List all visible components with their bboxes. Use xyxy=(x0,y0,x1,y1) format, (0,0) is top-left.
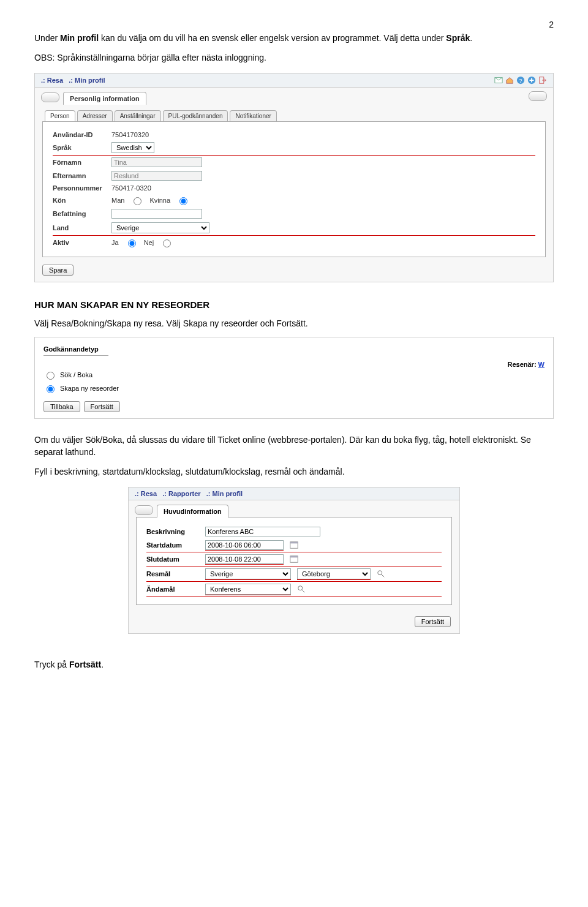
slutdatum-field[interactable] xyxy=(205,554,284,564)
sok-boka-radio[interactable] xyxy=(47,372,55,380)
breadcrumb-resa[interactable]: .: Resa xyxy=(135,490,157,497)
save-button[interactable]: Spara xyxy=(42,265,74,276)
resenar-label: Resenär: xyxy=(507,361,536,368)
svg-rect-8 xyxy=(290,556,298,558)
handle-icon[interactable] xyxy=(41,92,59,102)
label-aktiv: Aktiv xyxy=(53,239,105,246)
handle-icon[interactable] xyxy=(135,505,153,515)
sok-boka-label: Sök / Boka xyxy=(60,371,92,378)
text: . xyxy=(470,33,472,43)
search-icon[interactable] xyxy=(297,585,306,593)
heading-reseorder: HUR MAN SKAPAR EN NY RESEORDER xyxy=(34,299,554,310)
kon-man-radio[interactable] xyxy=(134,197,141,205)
label-slutdatum: Slutdatum xyxy=(146,555,199,563)
paragraph-p5: Fyll i beskrivning, startdatum/klockslag… xyxy=(34,465,554,478)
fortsatt-button[interactable]: Fortsätt xyxy=(415,616,451,627)
svg-point-11 xyxy=(298,586,303,590)
paragraph-tryck: Tryck på Fortsätt. xyxy=(34,658,554,671)
text-bold: Fortsätt xyxy=(69,660,101,669)
resmal-land-select[interactable]: Sverige xyxy=(205,568,291,579)
breadcrumb-min-profil[interactable]: .: Min profil xyxy=(206,490,243,497)
text: Under xyxy=(34,33,60,43)
sprak-select[interactable]: Swedish xyxy=(111,142,154,153)
breadcrumb-min-profil[interactable]: .: Min profil xyxy=(69,77,105,84)
tillbaka-button[interactable]: Tillbaka xyxy=(43,401,80,412)
resmal-stad-select[interactable]: Göteborg xyxy=(297,568,371,579)
andamal-select[interactable]: Konferens xyxy=(205,584,291,595)
tab-pul[interactable]: PUL-godkännanden xyxy=(163,110,228,121)
label-andamal: Ändamål xyxy=(146,585,199,593)
paragraph-obs: OBS: Språkinställningarna börjar gälla e… xyxy=(34,51,554,64)
resenar-link[interactable]: W xyxy=(538,361,545,368)
label-land: Land xyxy=(53,224,105,231)
fortsatt-button[interactable]: Fortsätt xyxy=(84,401,120,412)
section-tab-personlig-info[interactable]: Personlig information xyxy=(63,92,146,105)
breadcrumb: .: Resa .: Rapporter .: Min profil xyxy=(135,490,243,497)
sub-tabs: Person Adresser Anställningar PUL-godkän… xyxy=(35,110,553,121)
aktiv-ja-label: Ja xyxy=(111,239,119,246)
skapa-reseorder-radio[interactable] xyxy=(47,385,55,393)
svg-rect-6 xyxy=(290,542,298,544)
add-icon[interactable] xyxy=(527,76,536,85)
value-userid: 7504170320 xyxy=(111,131,149,138)
aktiv-nej-radio[interactable] xyxy=(163,239,171,247)
land-select[interactable]: Sverige xyxy=(111,222,209,233)
tab-notifikationer[interactable]: Notifikationer xyxy=(230,110,276,121)
paragraph-p4: Om du väljer Sök/Boka, då slussas du vid… xyxy=(34,434,554,459)
resenar-line: Resenär: W xyxy=(43,361,545,368)
exit-icon[interactable] xyxy=(538,76,547,85)
section-title: Godkännandetyp xyxy=(43,345,108,356)
toolbar-icons: ? xyxy=(494,76,547,85)
form-huvudinformation: Beskrivning Startdatum Slutdatum Resmål … xyxy=(136,517,452,605)
calendar-icon[interactable] xyxy=(290,555,298,563)
help-icon[interactable]: ? xyxy=(516,76,525,85)
label-resmal: Resmål xyxy=(146,570,199,578)
breadcrumb-resa[interactable]: .: Resa xyxy=(41,77,63,84)
text-bold: Språk xyxy=(446,33,470,43)
label-kon: Kön xyxy=(53,197,105,204)
text-bold: Min profil xyxy=(60,33,99,43)
section-tab-huvudinformation[interactable]: Huvudinformation xyxy=(157,505,228,517)
handle-icon[interactable] xyxy=(529,91,547,101)
kon-kvinna-label: Kvinna xyxy=(149,197,170,204)
beskrivning-field[interactable] xyxy=(205,527,320,536)
label-beskrivning: Beskrivning xyxy=(146,528,199,535)
label-fornamn: Förnamn xyxy=(53,159,105,166)
aktiv-nej-label: Nej xyxy=(144,239,154,246)
label-efternamn: Efternamn xyxy=(53,172,105,179)
label-startdatum: Startdatum xyxy=(146,541,199,549)
skapa-reseorder-label: Skapa ny reseorder xyxy=(60,385,119,392)
paragraph-p3: Välj Resa/Bokning/Skapa ny resa. Välj Sk… xyxy=(34,317,554,329)
breadcrumb: .: Resa .: Min profil xyxy=(41,77,105,84)
app-bar: .: Resa .: Min profil ? xyxy=(35,73,553,88)
paragraph-intro: Under Min profil kan du välja om du vill… xyxy=(34,32,554,44)
label-pnr: Personnummer xyxy=(53,184,105,192)
svg-line-10 xyxy=(382,574,384,577)
home-icon[interactable] xyxy=(505,76,514,85)
text: Tryck på xyxy=(34,660,69,669)
form-person: Användar-ID7504170320 SpråkSwedish Förna… xyxy=(42,121,546,257)
kon-man-label: Man xyxy=(111,197,124,204)
text: kan du välja om du vill ha en svensk ell… xyxy=(99,33,446,43)
tab-anstallningar[interactable]: Anställningar xyxy=(115,110,161,121)
svg-line-12 xyxy=(302,590,304,592)
breadcrumb-rapporter[interactable]: .: Rapporter xyxy=(162,490,200,497)
label-befattning: Befattning xyxy=(53,210,105,217)
mail-icon[interactable] xyxy=(494,76,503,85)
main-area-header: Personlig information xyxy=(35,88,553,104)
label-userid: Användar-ID xyxy=(53,131,105,138)
fornamn-field xyxy=(111,157,202,167)
startdatum-field[interactable] xyxy=(205,540,284,550)
befattning-field[interactable] xyxy=(111,209,202,219)
aktiv-ja-radio[interactable] xyxy=(128,239,136,247)
screenshot-godkannandetyp: Godkännandetyp Resenär: W Sök / Boka Ska… xyxy=(34,337,554,419)
tab-adresser[interactable]: Adresser xyxy=(77,110,113,121)
text: . xyxy=(101,660,104,669)
page-number: 2 xyxy=(34,20,554,29)
search-icon[interactable] xyxy=(377,570,385,578)
app-bar: .: Resa .: Rapporter .: Min profil xyxy=(129,487,459,500)
screenshot-huvudinformation: .: Resa .: Rapporter .: Min profil Huvud… xyxy=(128,487,460,634)
calendar-icon[interactable] xyxy=(290,541,298,549)
tab-person[interactable]: Person xyxy=(45,110,75,121)
kon-kvinna-radio[interactable] xyxy=(179,197,187,205)
